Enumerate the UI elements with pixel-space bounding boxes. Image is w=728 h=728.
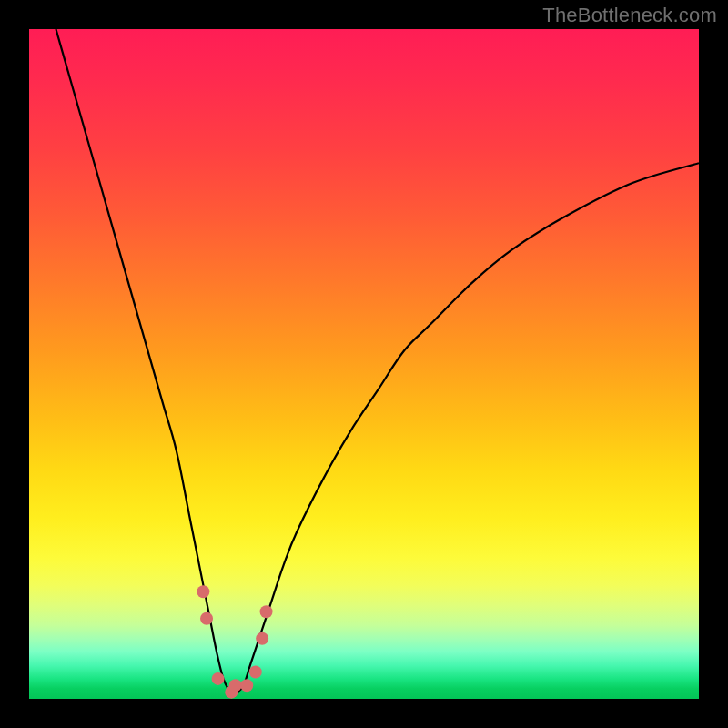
chart-container: TheBottleneck.com — [0, 0, 728, 728]
curve-svg — [29, 29, 699, 699]
data-point — [229, 679, 242, 692]
data-point — [212, 672, 225, 685]
plot-area — [29, 29, 699, 699]
watermark-text: TheBottleneck.com — [542, 4, 717, 27]
data-point-cluster — [197, 585, 272, 698]
data-point — [197, 585, 209, 598]
data-point — [240, 679, 253, 692]
bottleneck-curve-right — [230, 163, 699, 693]
data-point — [249, 666, 262, 679]
data-point — [260, 605, 273, 618]
data-point — [256, 632, 268, 645]
data-point — [200, 612, 213, 625]
